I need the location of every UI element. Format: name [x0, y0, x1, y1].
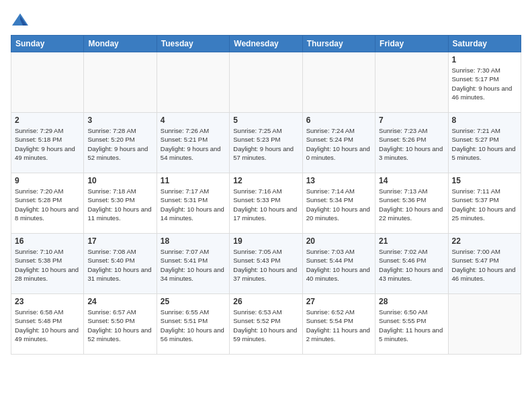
- day-number: 18: [161, 236, 226, 246]
- day-number: 17: [87, 236, 152, 246]
- day-info: Sunrise: 6:58 AM Sunset: 5:48 PM Dayligh…: [15, 308, 80, 343]
- page-header: [11, 11, 521, 30]
- day-info: Sunrise: 6:50 AM Sunset: 5:55 PM Dayligh…: [379, 308, 444, 343]
- day-number: 13: [306, 176, 371, 185]
- day-info: Sunrise: 6:53 AM Sunset: 5:52 PM Dayligh…: [233, 308, 298, 343]
- day-cell: 15Sunrise: 7:11 AM Sunset: 5:37 PM Dayli…: [448, 173, 521, 234]
- day-cell: 20Sunrise: 7:03 AM Sunset: 5:44 PM Dayli…: [302, 234, 375, 294]
- day-number: 16: [15, 236, 80, 246]
- column-header-tuesday: Tuesday: [157, 36, 229, 52]
- day-cell: [84, 52, 157, 113]
- day-cell: 10Sunrise: 7:18 AM Sunset: 5:30 PM Dayli…: [84, 173, 157, 234]
- day-cell: 14Sunrise: 7:13 AM Sunset: 5:36 PM Dayli…: [375, 173, 448, 234]
- day-number: 1: [452, 55, 517, 64]
- day-cell: 12Sunrise: 7:16 AM Sunset: 5:33 PM Dayli…: [230, 173, 302, 234]
- day-info: Sunrise: 7:29 AM Sunset: 5:18 PM Dayligh…: [15, 126, 80, 162]
- day-number: 25: [161, 297, 226, 306]
- day-cell: 6Sunrise: 7:24 AM Sunset: 5:24 PM Daylig…: [302, 113, 375, 173]
- day-cell: 18Sunrise: 7:07 AM Sunset: 5:41 PM Dayli…: [157, 234, 229, 294]
- column-header-saturday: Saturday: [448, 36, 521, 52]
- day-info: Sunrise: 7:00 AM Sunset: 5:47 PM Dayligh…: [452, 247, 517, 283]
- day-number: 10: [87, 176, 152, 185]
- day-info: Sunrise: 7:28 AM Sunset: 5:20 PM Dayligh…: [87, 126, 152, 162]
- day-number: 27: [306, 297, 371, 306]
- day-info: Sunrise: 7:20 AM Sunset: 5:28 PM Dayligh…: [15, 187, 80, 222]
- day-cell: 16Sunrise: 7:10 AM Sunset: 5:38 PM Dayli…: [11, 234, 84, 294]
- calendar-table: SundayMondayTuesdayWednesdayThursdayFrid…: [11, 35, 521, 355]
- calendar-header-row: SundayMondayTuesdayWednesdayThursdayFrid…: [11, 36, 521, 52]
- day-cell: [11, 52, 84, 113]
- day-cell: [157, 52, 229, 113]
- column-header-wednesday: Wednesday: [230, 36, 302, 52]
- day-number: 9: [15, 176, 80, 185]
- day-info: Sunrise: 7:14 AM Sunset: 5:34 PM Dayligh…: [306, 187, 371, 222]
- day-cell: [375, 52, 448, 113]
- day-info: Sunrise: 7:21 AM Sunset: 5:27 PM Dayligh…: [452, 126, 517, 162]
- day-number: 21: [379, 236, 444, 246]
- day-info: Sunrise: 7:08 AM Sunset: 5:40 PM Dayligh…: [87, 247, 152, 283]
- day-cell: 21Sunrise: 7:02 AM Sunset: 5:46 PM Dayli…: [375, 234, 448, 294]
- day-number: 11: [161, 176, 226, 185]
- logo-icon: [11, 11, 30, 30]
- day-info: Sunrise: 7:05 AM Sunset: 5:43 PM Dayligh…: [233, 247, 298, 283]
- day-info: Sunrise: 7:11 AM Sunset: 5:37 PM Dayligh…: [452, 187, 517, 222]
- day-number: 5: [233, 116, 298, 125]
- logo: [11, 11, 32, 30]
- day-info: Sunrise: 6:52 AM Sunset: 5:54 PM Dayligh…: [306, 308, 371, 343]
- day-cell: 23Sunrise: 6:58 AM Sunset: 5:48 PM Dayli…: [11, 294, 84, 355]
- day-number: 2: [15, 116, 80, 125]
- day-cell: 3Sunrise: 7:28 AM Sunset: 5:20 PM Daylig…: [84, 113, 157, 173]
- day-number: 7: [379, 116, 444, 125]
- day-number: 26: [233, 297, 298, 306]
- day-cell: 24Sunrise: 6:57 AM Sunset: 5:50 PM Dayli…: [84, 294, 157, 355]
- day-info: Sunrise: 7:25 AM Sunset: 5:23 PM Dayligh…: [233, 126, 298, 162]
- day-number: 8: [452, 116, 517, 125]
- day-cell: 26Sunrise: 6:53 AM Sunset: 5:52 PM Dayli…: [230, 294, 302, 355]
- day-info: Sunrise: 7:24 AM Sunset: 5:24 PM Dayligh…: [306, 126, 371, 162]
- week-row-2: 2Sunrise: 7:29 AM Sunset: 5:18 PM Daylig…: [11, 113, 521, 173]
- column-header-sunday: Sunday: [11, 36, 84, 52]
- day-info: Sunrise: 7:10 AM Sunset: 5:38 PM Dayligh…: [15, 247, 80, 283]
- day-info: Sunrise: 7:17 AM Sunset: 5:31 PM Dayligh…: [161, 187, 226, 222]
- day-cell: 25Sunrise: 6:55 AM Sunset: 5:51 PM Dayli…: [157, 294, 229, 355]
- day-number: 19: [233, 236, 298, 246]
- day-info: Sunrise: 7:30 AM Sunset: 5:17 PM Dayligh…: [452, 66, 517, 101]
- day-number: 3: [87, 116, 152, 125]
- day-info: Sunrise: 6:55 AM Sunset: 5:51 PM Dayligh…: [161, 308, 226, 343]
- day-info: Sunrise: 7:07 AM Sunset: 5:41 PM Dayligh…: [161, 247, 226, 283]
- week-row-4: 16Sunrise: 7:10 AM Sunset: 5:38 PM Dayli…: [11, 234, 521, 294]
- day-info: Sunrise: 7:13 AM Sunset: 5:36 PM Dayligh…: [379, 187, 444, 222]
- day-number: 14: [379, 176, 444, 185]
- day-cell: [302, 52, 375, 113]
- day-cell: [448, 294, 521, 355]
- day-number: 23: [15, 297, 80, 306]
- day-number: 24: [87, 297, 152, 306]
- day-info: Sunrise: 7:03 AM Sunset: 5:44 PM Dayligh…: [306, 247, 371, 283]
- week-row-1: 1Sunrise: 7:30 AM Sunset: 5:17 PM Daylig…: [11, 52, 521, 113]
- week-row-3: 9Sunrise: 7:20 AM Sunset: 5:28 PM Daylig…: [11, 173, 521, 234]
- column-header-friday: Friday: [375, 36, 448, 52]
- day-number: 6: [306, 116, 371, 125]
- day-info: Sunrise: 7:16 AM Sunset: 5:33 PM Dayligh…: [233, 187, 298, 222]
- day-cell: 22Sunrise: 7:00 AM Sunset: 5:47 PM Dayli…: [448, 234, 521, 294]
- day-number: 22: [452, 236, 517, 246]
- day-cell: 9Sunrise: 7:20 AM Sunset: 5:28 PM Daylig…: [11, 173, 84, 234]
- day-info: Sunrise: 7:02 AM Sunset: 5:46 PM Dayligh…: [379, 247, 444, 283]
- day-number: 15: [452, 176, 517, 185]
- day-cell: 27Sunrise: 6:52 AM Sunset: 5:54 PM Dayli…: [302, 294, 375, 355]
- day-cell: 28Sunrise: 6:50 AM Sunset: 5:55 PM Dayli…: [375, 294, 448, 355]
- day-cell: 1Sunrise: 7:30 AM Sunset: 5:17 PM Daylig…: [448, 52, 521, 113]
- column-header-monday: Monday: [84, 36, 157, 52]
- column-header-thursday: Thursday: [302, 36, 375, 52]
- day-number: 28: [379, 297, 444, 306]
- day-cell: 8Sunrise: 7:21 AM Sunset: 5:27 PM Daylig…: [448, 113, 521, 173]
- day-cell: 2Sunrise: 7:29 AM Sunset: 5:18 PM Daylig…: [11, 113, 84, 173]
- day-cell: 4Sunrise: 7:26 AM Sunset: 5:21 PM Daylig…: [157, 113, 229, 173]
- day-cell: 7Sunrise: 7:23 AM Sunset: 5:26 PM Daylig…: [375, 113, 448, 173]
- day-cell: 5Sunrise: 7:25 AM Sunset: 5:23 PM Daylig…: [230, 113, 302, 173]
- day-cell: 13Sunrise: 7:14 AM Sunset: 5:34 PM Dayli…: [302, 173, 375, 234]
- day-info: Sunrise: 7:18 AM Sunset: 5:30 PM Dayligh…: [87, 187, 152, 222]
- day-cell: 19Sunrise: 7:05 AM Sunset: 5:43 PM Dayli…: [230, 234, 302, 294]
- week-row-5: 23Sunrise: 6:58 AM Sunset: 5:48 PM Dayli…: [11, 294, 521, 355]
- day-number: 20: [306, 236, 371, 246]
